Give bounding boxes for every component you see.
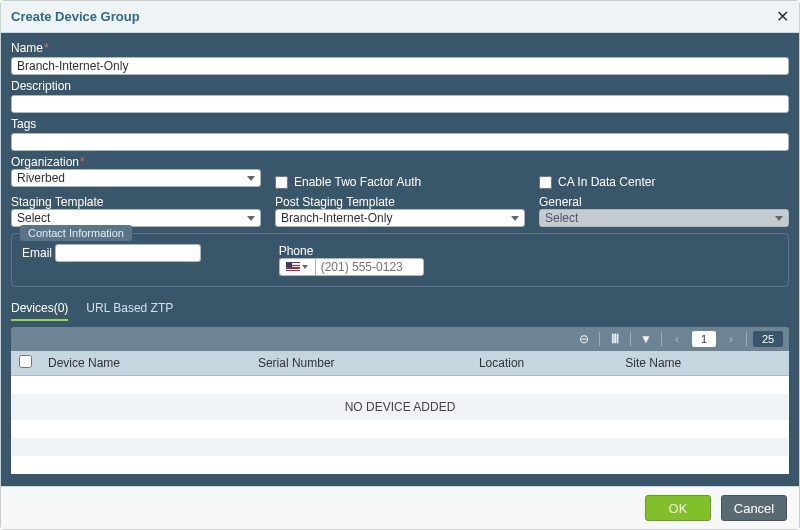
modal-title: Create Device Group [11,9,140,24]
columns-icon[interactable]: Ⅲ [606,332,624,346]
table-row [11,456,789,474]
description-input[interactable] [11,95,789,113]
table-row [11,376,789,394]
col-serial-number[interactable]: Serial Number [250,351,471,376]
titlebar: Create Device Group ✕ [1,1,799,33]
organization-select[interactable]: Riverbed [11,169,261,187]
table-toolbar: ⊖ Ⅲ ▼ ‹ 1 › 25 [11,327,789,351]
name-label: Name [11,41,789,55]
general-value: Select [545,211,578,225]
next-page-icon[interactable]: › [722,332,740,346]
chevron-down-icon [775,216,783,221]
phone-input[interactable] [315,258,425,276]
no-device-text: NO DEVICE ADDED [11,394,789,420]
contact-information-heading: Contact Information [20,225,132,241]
tab-devices[interactable]: Devices(0) [11,301,68,321]
post-staging-template-label: Post Staging Template [275,195,395,209]
cancel-button[interactable]: Cancel [721,495,787,521]
prev-page-icon[interactable]: ‹ [668,332,686,346]
us-flag-icon [286,262,300,272]
select-all-checkbox[interactable] [19,355,32,368]
col-device-name[interactable]: Device Name [40,351,250,376]
chevron-down-icon [247,176,255,181]
ok-button[interactable]: OK [645,495,711,521]
remove-icon[interactable]: ⊖ [575,332,593,346]
modal-body: Name Description Tags Organization River… [1,33,799,486]
create-device-group-modal: Create Device Group ✕ Name Description T… [0,0,800,530]
email-label: Email [22,246,52,260]
chevron-down-icon [511,216,519,221]
tags-label: Tags [11,117,789,131]
enable-2fa-checkbox[interactable] [275,176,288,189]
name-input[interactable] [11,57,789,75]
ca-datacenter-checkbox[interactable] [539,176,552,189]
contact-information-box: Contact Information Email Phone [11,233,789,287]
tabs: Devices(0) URL Based ZTP [11,301,789,321]
enable-2fa-label: Enable Two Factor Auth [294,175,421,189]
general-label: General [539,195,582,209]
phone-country-selector[interactable] [279,258,315,276]
post-staging-template-value: Branch-Internet-Only [281,211,392,225]
organization-label: Organization [11,155,85,169]
col-site-name[interactable]: Site Name [617,351,789,376]
phone-label: Phone [279,244,314,258]
email-input[interactable] [55,244,201,262]
table-row [11,420,789,438]
table-row [11,438,789,456]
tags-input[interactable] [11,133,789,151]
ca-datacenter-label: CA In Data Center [558,175,655,189]
modal-footer: OK Cancel [1,486,799,529]
no-device-row: NO DEVICE ADDED [11,394,789,420]
staging-template-label: Staging Template [11,195,104,209]
chevron-down-icon [302,265,308,269]
general-select: Select [539,209,789,227]
close-icon[interactable]: ✕ [776,7,789,26]
organization-value: Riverbed [17,171,65,185]
col-location[interactable]: Location [471,351,617,376]
staging-template-value: Select [17,211,50,225]
post-staging-template-select[interactable]: Branch-Internet-Only [275,209,525,227]
chevron-down-icon [247,216,255,221]
page-number-input[interactable]: 1 [692,331,716,347]
tab-url-based-ztp[interactable]: URL Based ZTP [86,301,173,321]
devices-table: Device Name Serial Number Location Site … [11,351,789,474]
page-size-select[interactable]: 25 [753,331,783,347]
filter-icon[interactable]: ▼ [637,332,655,346]
description-label: Description [11,79,789,93]
